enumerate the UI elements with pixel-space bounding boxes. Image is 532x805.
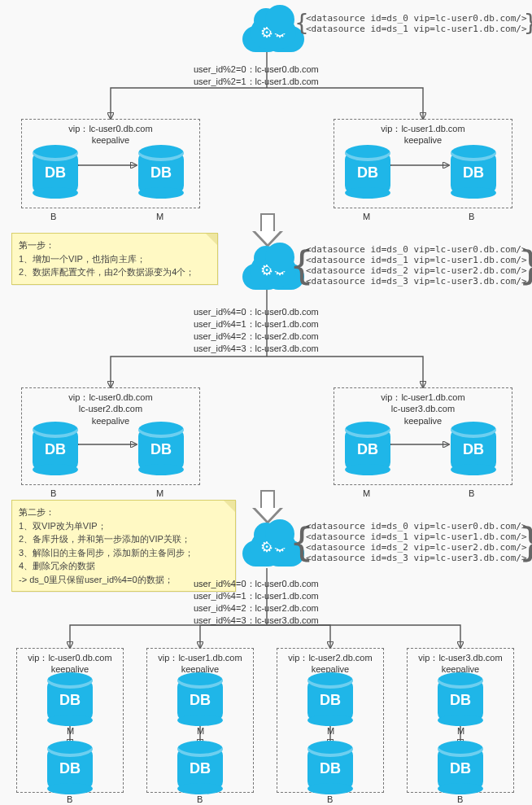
note-line: 2、备库升级，并和第一步添加的VIP关联； — [19, 532, 229, 546]
role-tag: B — [469, 488, 474, 498]
gears-icon: ⚙⚙ — [260, 263, 286, 278]
db-icon: DB — [451, 153, 496, 194]
db-icon: DB — [438, 680, 483, 721]
rule: user_id%4=3：lc-user3.db.com — [194, 615, 319, 627]
role-tag: M — [457, 726, 464, 736]
db-icon: DB — [33, 153, 78, 194]
db-icon: DB — [177, 680, 223, 721]
db-icon: DB — [307, 749, 353, 790]
keepalive-label: keepalive — [404, 135, 442, 145]
rule: user_id%2=1：lc-user1.db.com — [194, 76, 319, 88]
role-tag: M — [67, 726, 74, 736]
ds-line: <datasource id=ds_2 vip=lc-user2.db.com/… — [306, 542, 527, 553]
rule: user_id%4=3：lc-user3.db.com — [194, 343, 319, 355]
ds-line: <datasource id=ds_3 vip=lc-user3.db.com/… — [306, 553, 527, 563]
role-tag: B — [457, 794, 463, 804]
vip-label: vip：lc-user1.db.com — [381, 124, 464, 133]
vip-label: vip：lc-user2.db.com — [288, 653, 372, 663]
rule: user_id%4=1：lc-user1.db.com — [194, 318, 319, 330]
vip-label-2: lc-user2.db.com — [79, 404, 142, 413]
db-icon: DB — [138, 153, 184, 194]
role-tag: B — [469, 212, 474, 221]
db-icon: DB — [33, 430, 78, 470]
note-line: 4、删除冗余的数据 — [19, 559, 229, 573]
db-icon: DB — [47, 680, 93, 721]
gears-icon: ⚙⚙ — [260, 540, 286, 554]
vip-label: vip：lc-user0.db.com — [68, 392, 152, 402]
note-line: 3、解除旧的主备同步，添加新的主备同步； — [19, 546, 229, 560]
vip-label: vip：lc-user1.db.com — [381, 392, 464, 402]
role-tag: M — [327, 726, 334, 736]
role-tag: B — [327, 794, 333, 804]
role-tag: B — [67, 794, 72, 804]
keepalive-label: keepalive — [92, 416, 129, 426]
rule: user_id%4=0：lc-user0.db.com — [194, 306, 319, 318]
datasource-list-bot: { <datasource id=ds_0 vip=lc-user0.db.co… — [298, 519, 532, 565]
role-tag: B — [197, 794, 203, 804]
step1-note: 第一步： 1、增加一个VIP，也指向主库； 2、数据库配置文件，由2个数据源变为… — [11, 233, 218, 285]
db-icon: DB — [177, 749, 223, 790]
db-icon: DB — [47, 749, 93, 790]
rule: user_id%2=0：lc-user0.db.com — [194, 63, 319, 76]
rule: user_id%4=0：lc-user0.db.com — [194, 578, 319, 590]
ds-line: <datasource id=ds_1 vip=lc-user1.db.com/… — [306, 24, 527, 34]
db-icon: DB — [345, 430, 390, 470]
rule: user_id%4=2：lc-user2.db.com — [194, 602, 319, 615]
role-tag: M — [363, 488, 370, 498]
db-icon: DB — [451, 430, 496, 470]
diagram-canvas: ⚙⚙ { <datasource id=ds_0 vip=lc-user0.db… — [7, 7, 525, 798]
ds-line: <datasource id=ds_0 vip=lc-user0.db.com/… — [306, 244, 527, 255]
ds-line: <datasource id=ds_1 vip=lc-user1.db.com/… — [306, 255, 527, 265]
vip-label: vip：lc-user0.db.com — [28, 653, 111, 663]
db-icon: DB — [438, 749, 483, 790]
config-cloud-icon: ⚙⚙ — [251, 16, 296, 49]
note-line: 1、双VIP改为单VIP； — [19, 519, 229, 533]
db-icon: DB — [345, 153, 390, 194]
role-tag: M — [363, 212, 370, 221]
vip-label: vip：lc-user1.db.com — [158, 653, 242, 663]
db-icon: DB — [307, 680, 353, 721]
ds-line: <datasource id=ds_3 vip=lc-user3.db.com/… — [306, 276, 527, 287]
vip-label: vip：lc-user3.db.com — [418, 653, 502, 663]
rule: user_id%4=1：lc-user1.db.com — [194, 590, 319, 602]
role-tag: M — [197, 726, 204, 736]
role-tag: M — [156, 488, 164, 498]
vip-label-2: lc-user3.db.com — [391, 404, 455, 413]
vip-label: vip：lc-user0.db.com — [68, 124, 152, 133]
routing-rules-top: user_id%2=0：lc-user0.db.com user_id%2=1：… — [194, 63, 319, 88]
note-header: 第二步： — [19, 505, 229, 519]
note-header: 第一步： — [19, 238, 211, 252]
keepalive-label: keepalive — [404, 416, 442, 426]
rule: user_id%4=2：lc-user2.db.com — [194, 330, 319, 343]
note-line: 2、数据库配置文件，由2个数据源变为4个； — [19, 265, 211, 279]
role-tag: M — [156, 212, 164, 221]
ds-line: <datasource id=ds_0 vip=lc-user0.db.com/… — [306, 521, 527, 532]
db-icon: DB — [138, 430, 184, 470]
note-line: 1、增加一个VIP，也指向主库； — [19, 252, 211, 266]
gears-icon: ⚙⚙ — [260, 25, 286, 40]
datasource-list-top: { <datasource id=ds_0 vip=lc-user0.db.co… — [298, 11, 532, 36]
ds-line: <datasource id=ds_0 vip=lc-user0.db.com/… — [306, 13, 527, 24]
ds-line: <datasource id=ds_2 vip=lc-user2.db.com/… — [306, 265, 527, 276]
routing-rules-mid: user_id%4=0：lc-user0.db.com user_id%4=1：… — [194, 306, 319, 355]
keepalive-label: keepalive — [92, 135, 129, 145]
datasource-list-mid: { <datasource id=ds_0 vip=lc-user0.db.co… — [298, 243, 532, 288]
role-tag: B — [50, 212, 56, 221]
routing-rules-bot: user_id%4=0：lc-user0.db.com user_id%4=1：… — [194, 578, 319, 627]
role-tag: B — [50, 488, 56, 498]
ds-line: <datasource id=ds_1 vip=lc-user1.db.com/… — [306, 532, 527, 542]
